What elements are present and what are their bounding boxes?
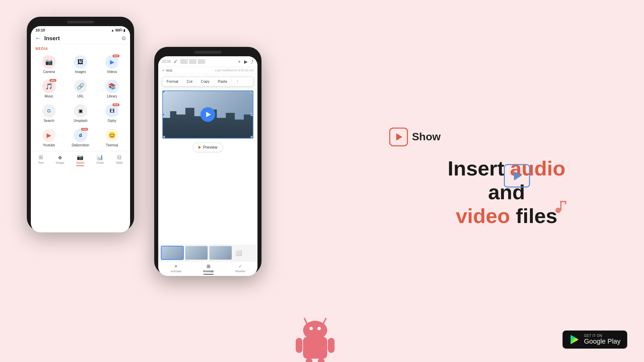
play-icon[interactable]: ▶ bbox=[244, 59, 248, 64]
tab-format[interactable]: ⊞ Format bbox=[203, 264, 214, 275]
videos-badge: NEW bbox=[113, 55, 119, 57]
ctx-copy[interactable]: Copy bbox=[197, 77, 214, 86]
nav-media[interactable]: 📷 Media bbox=[76, 154, 84, 166]
videos-icon: ▶ bbox=[110, 59, 114, 65]
youtube-icon: ▶ bbox=[47, 132, 51, 139]
google-play-icon bbox=[569, 334, 580, 345]
music-item[interactable]: 🎵 NEW Music bbox=[34, 77, 64, 101]
status-time: 10:10 bbox=[36, 28, 45, 32]
resize-handle-br[interactable] bbox=[251, 136, 253, 139]
svg-rect-1 bbox=[560, 201, 562, 210]
search-item[interactable]: G Search bbox=[34, 101, 64, 125]
giphy-icon: 🎞 bbox=[110, 108, 114, 114]
brand-name: Show bbox=[412, 131, 441, 143]
app-header: ← Insert ⚙ bbox=[31, 33, 130, 44]
giphy-item[interactable]: 🎞 NEW Giphy bbox=[97, 101, 127, 125]
nav-chart[interactable]: 📊 Chart bbox=[96, 154, 104, 166]
review-tab-label: Review bbox=[235, 270, 245, 273]
twemoji-icon: 😊 bbox=[108, 132, 116, 139]
videos-item[interactable]: ▶ NEW Videos bbox=[97, 53, 127, 76]
status-bar-left: 10:10 ▲ WiFi ▮ bbox=[31, 26, 130, 33]
ctx-more[interactable]: ⋮ bbox=[232, 77, 243, 86]
settings-icon[interactable]: ⚙ bbox=[121, 35, 126, 42]
music-note-svg bbox=[554, 198, 570, 214]
url-item[interactable]: 🔗 URL bbox=[65, 77, 96, 101]
library-label: Library bbox=[107, 94, 117, 98]
unsplash-item[interactable]: ▣ Unsplash bbox=[65, 101, 96, 125]
video-bg bbox=[163, 91, 253, 138]
back-button[interactable]: ← bbox=[35, 35, 41, 42]
animate-tab-icon: ✦ bbox=[174, 264, 178, 269]
pencil-icon: ✏ bbox=[162, 69, 165, 72]
slide-num-1: 1 bbox=[163, 247, 164, 249]
battery-icon: ▮ bbox=[123, 28, 125, 32]
slide-thumb-2[interactable]: 2 bbox=[185, 246, 208, 260]
doc-modified: Last modified on 9:05:43 AM bbox=[215, 69, 253, 72]
resize-handle-mr[interactable] bbox=[251, 113, 253, 116]
add-slide-button[interactable]: ⬜ bbox=[233, 246, 244, 260]
ctx-cut[interactable]: Cut bbox=[183, 77, 197, 86]
url-icon-circle: 🔗 bbox=[74, 80, 87, 93]
doc-top-bar: ✏ test Last modified on 9:05:43 AM bbox=[158, 67, 257, 74]
giphy-icon-circle: 🎞 NEW bbox=[105, 104, 119, 118]
search-icon: G bbox=[47, 108, 51, 114]
slide-num-3: 3 bbox=[211, 247, 212, 249]
shape-nav-icon: ◆ bbox=[58, 154, 62, 160]
resize-handle-bl[interactable] bbox=[162, 136, 165, 139]
resize-handle-ml[interactable] bbox=[162, 113, 165, 116]
checkmark-icon[interactable]: ✓ bbox=[173, 58, 178, 65]
svg-point-6 bbox=[303, 321, 327, 340]
video-play-button[interactable] bbox=[200, 107, 215, 122]
tab-review[interactable]: ✓ Review bbox=[235, 264, 245, 275]
right-phone-notch bbox=[194, 51, 221, 54]
twemoji-item[interactable]: 😊 Twemoji bbox=[97, 126, 127, 150]
resize-handle-tr[interactable] bbox=[251, 90, 253, 93]
dailymotion-icon: d bbox=[79, 133, 82, 138]
floating-video-play-icon bbox=[514, 171, 521, 180]
format-tab-icon: ⊞ bbox=[207, 264, 211, 269]
get-it-on-label: GET IT ON bbox=[584, 334, 621, 338]
shape-nav-label: Shape bbox=[56, 161, 64, 164]
dailymotion-item[interactable]: d NEW Dailymotion bbox=[65, 126, 96, 150]
nav-shape[interactable]: ◆ Shape bbox=[56, 154, 64, 166]
review-tab-icon: ✓ bbox=[238, 264, 242, 269]
nav-table[interactable]: ⊟ Table bbox=[116, 154, 123, 166]
google-play-badge[interactable]: GET IT ON Google Play bbox=[563, 331, 627, 349]
headline-insert: Insert bbox=[448, 157, 510, 180]
wifi-icon: WiFi bbox=[115, 28, 122, 32]
slide-thumb-3[interactable]: 3 bbox=[209, 246, 232, 260]
nav-text[interactable]: ⊞ Text bbox=[38, 154, 44, 166]
resize-handle-tl[interactable] bbox=[162, 90, 165, 93]
preview-button[interactable]: Preview bbox=[193, 143, 223, 152]
share-icon[interactable]: ⤴ bbox=[251, 59, 253, 64]
app-bar-right: 10:10 ✓ + ▶ ⤴ bbox=[158, 56, 257, 67]
android-mascot-svg bbox=[288, 308, 342, 362]
add-icon[interactable]: + bbox=[238, 59, 241, 64]
slide-num-2: 2 bbox=[186, 247, 188, 249]
url-icon: 🔗 bbox=[77, 83, 84, 90]
table-nav-icon: ⊟ bbox=[117, 154, 121, 160]
library-item[interactable]: 📚 Library bbox=[97, 77, 127, 101]
music-icon: 🎵 bbox=[45, 83, 53, 90]
slide-thumb-1[interactable]: 1 bbox=[161, 246, 184, 260]
slide-mini-2 bbox=[189, 59, 196, 64]
play-triangle-icon bbox=[206, 112, 211, 117]
camera-label: Camera bbox=[43, 70, 55, 74]
google-play-svg bbox=[569, 334, 580, 345]
dailymotion-label: Dailymotion bbox=[72, 143, 89, 147]
format-tab-underline bbox=[203, 274, 214, 275]
dailymotion-icon-circle: d NEW bbox=[74, 129, 87, 142]
ctx-paste[interactable]: Paste bbox=[214, 77, 232, 86]
format-tab-label: Format bbox=[203, 270, 214, 273]
signal-icon: ▲ bbox=[111, 28, 114, 32]
youtube-item[interactable]: ▶ Youtube bbox=[34, 126, 64, 150]
ctx-format[interactable]: Format bbox=[163, 77, 183, 86]
svg-rect-9 bbox=[303, 337, 327, 359]
camera-item[interactable]: 📷 Camera bbox=[34, 53, 64, 76]
images-item[interactable]: 🖼 Images bbox=[65, 53, 96, 76]
tab-animate[interactable]: ✦ Animate bbox=[170, 264, 181, 275]
video-container bbox=[162, 90, 253, 139]
floating-music-icon bbox=[554, 198, 570, 217]
slide-thumb-bg-2 bbox=[185, 246, 208, 260]
music-icon-circle: 🎵 NEW bbox=[42, 80, 56, 93]
